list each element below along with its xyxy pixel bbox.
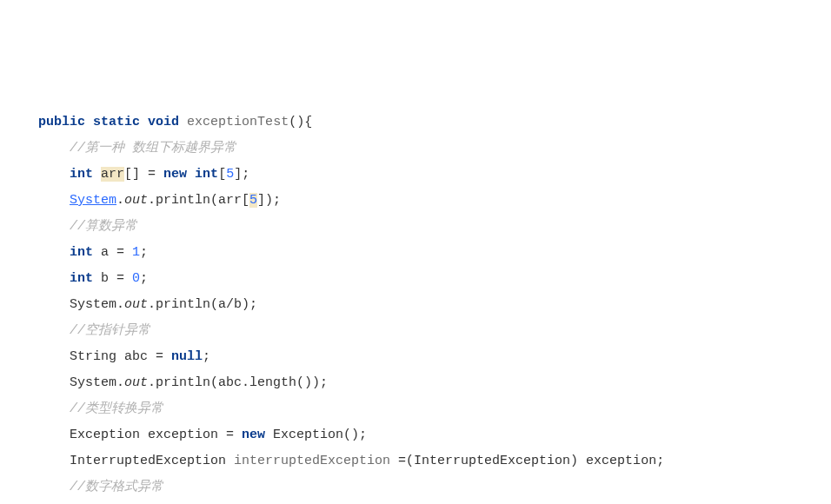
line-print-ab: System.out.println(a/b); — [7, 292, 831, 318]
class-system: System — [70, 193, 116, 208]
line-print-arr: System.out.println(arr[5]); — [7, 188, 831, 214]
comment-nullpointer: //空指针异常 — [70, 323, 150, 338]
line-arr-decl: int arr[] = new int[5]; — [7, 162, 831, 188]
field-out: out — [124, 297, 148, 312]
line-signature: public static void exceptionTest(){ — [7, 109, 831, 136]
line-comment-4: //类型转换异常 — [7, 396, 831, 422]
number-literal: 0 — [132, 271, 140, 286]
comment-arithmetic: //算数异常 — [70, 219, 137, 234]
var-interrupted: interruptedException — [234, 454, 390, 468]
keyword-int: int — [70, 271, 93, 286]
keyword-new: new — [163, 167, 187, 182]
field-out: out — [124, 193, 148, 208]
highlight-index: 5 — [249, 193, 257, 208]
line-print-abc: System.out.println(abc.length()); — [7, 370, 831, 396]
keyword-public: public — [38, 115, 85, 129]
highlight-arr: arr — [101, 167, 124, 182]
line-ad-decl: String ad = "1234a"; — [7, 501, 831, 504]
number-literal: 5 — [226, 167, 234, 182]
indent — [7, 115, 38, 129]
line-comment-2: //算数异常 — [7, 214, 831, 240]
line-comment-3: //空指针异常 — [7, 318, 831, 344]
line-abc-decl: String abc = null; — [7, 344, 831, 370]
method-name: exceptionTest — [187, 115, 289, 129]
keyword-int: int — [195, 167, 218, 182]
keyword-static: static — [93, 115, 140, 129]
comment-numberformat: //数字格式异常 — [70, 480, 163, 494]
keyword-new: new — [242, 428, 265, 442]
comment-array-index: //第一种 数组下标越界异常 — [70, 141, 236, 156]
line-comment-1: //第一种 数组下标越界异常 — [7, 136, 831, 162]
comment-classcast: //类型转换异常 — [70, 401, 163, 416]
field-out: out — [124, 375, 148, 390]
number-literal: 1 — [132, 245, 140, 260]
line-comment-5: //数字格式异常 — [7, 474, 831, 501]
line-exception-decl: Exception exception = new Exception(); — [7, 422, 831, 448]
line-a-decl: int a = 1; — [7, 240, 831, 266]
line-interrupted-decl: InterruptedException interruptedExceptio… — [7, 448, 831, 474]
keyword-null: null — [171, 349, 203, 364]
line-b-decl: int b = 0; — [7, 266, 831, 292]
keyword-void: void — [148, 115, 179, 129]
keyword-int: int — [70, 167, 93, 182]
keyword-int: int — [70, 245, 93, 260]
